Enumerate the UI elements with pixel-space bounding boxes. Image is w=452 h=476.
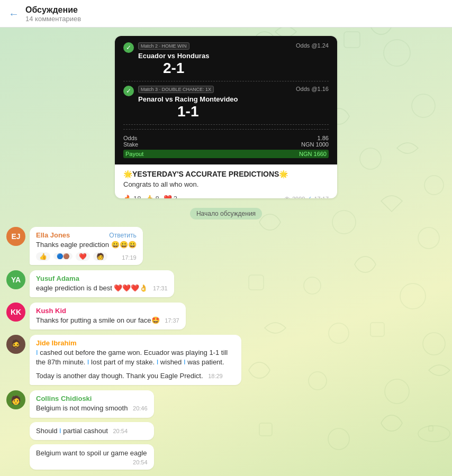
match1-badge: Match 2 · HOME WIN [138,42,189,50]
highlight-i5: I [59,427,61,435]
payout-row: Payout NGN 1660 [123,150,329,158]
match2-row: ✓ Match 3 · DOUBLE CHANCE: 1X Penarol vs… [123,86,329,125]
time-kush: 17:37 [161,317,179,324]
odds-label: Odds [123,135,137,141]
reaction-ella-4[interactable]: 🧑 [93,252,107,261]
avatar-yusuf: YA [6,270,25,289]
discussion-divider: Начало обсуждения [0,208,452,219]
match1-teams: Ecuador vs Honduras [138,52,209,60]
highlight-i1: I [36,349,38,356]
card-text-section: 🌟YESTERDAY'S ACCURATE PREDICTIONS🌟 Congr… [115,164,337,198]
back-button[interactable]: ← [8,8,19,20]
message-row: 🧔 Jide Ibrahim I cashed out before the g… [0,333,452,388]
bubble-collins-2: Should I partial cashout 20:54 [30,422,154,440]
author-kush: Kush Kid [36,307,66,315]
time-yusuf: 17:31 [150,285,168,291]
congrats-text: Congrats to all who won. [123,180,329,188]
time-collins-1: 20:46 [130,405,148,411]
text-yusuf: eagle prediction is d best ❤️❤️❤️👌 17:31 [36,283,168,293]
highlight-i4: I [184,358,186,366]
reactions-ella: 👍 🔵🟤 ❤️ 🧑 17:19 [36,252,137,261]
avatar-jide: 🧔 [6,335,25,354]
match2-teams: Penarol vs Racing Montevideo [138,95,238,103]
eye-icon: 👁 [284,196,290,199]
author-yusuf: Yusuf Adama [36,274,79,282]
message-row: YA Yusuf Adama eagle prediction is d bes… [0,268,452,299]
bubble-jide: Jide Ibrahim I cashed out before the gam… [30,335,241,386]
match2-meta: Match 3 · DOUBLE CHANCE: 1X [138,86,238,93]
time-collins-3: 20:54 [130,459,148,465]
views-number: 2990 [292,196,305,199]
message-row: 🧑 Collins Chidioski Belgium is not movin… [0,388,452,472]
payout-value: NGN 1660 [299,151,327,157]
msg-header-kush: Kush Kid [36,307,179,315]
views-count: 👁 2990 ✓ 17:17 [284,195,329,198]
card-time: 17:17 [314,196,329,199]
check-icon-2: ✓ [123,86,134,96]
bubble-collins-1: Collins Chidioski Belgium is not moving … [30,390,154,417]
match2-odds: Odds @1.16 [296,86,329,92]
page-title: Обсуждение [25,5,81,15]
stake-value: NGN 1000 [301,141,329,148]
avatar-kush: KK [6,303,25,322]
author-jide: Jide Ibrahim [36,339,77,347]
time-ella: 17:19 [119,254,137,261]
match1-meta: Match 2 · HOME WIN [138,42,209,50]
msg-header-collins: Collins Chidioski [36,395,148,402]
msg-header-ella: Ella Jones Ответить [36,231,137,239]
reaction-ella-3[interactable]: ❤️ [76,252,90,261]
highlight-i2: I [87,358,89,366]
comments-count: 14 комментариев [25,15,81,23]
reply-button-ella[interactable]: Ответить [109,232,136,239]
match1-score: 2-1 [138,60,209,77]
bubble-kush: Kush Kid Thanks for putting a smile on o… [30,303,186,329]
text-jide-2: Today is another day though. Thank you E… [36,371,235,381]
chat-area: ✓ Match 2 · HOME WIN Ecuador vs Honduras… [0,28,452,476]
payout-label: Payout [125,151,143,157]
prediction-card: ✓ Match 2 · HOME WIN Ecuador vs Honduras… [115,36,337,198]
match1-odds: Odds @1.24 [296,42,329,49]
text-collins-2: Should I partial cashout 20:54 [36,426,148,436]
bubble-ella: Ella Jones Ответить Thanks eagle predict… [30,227,143,264]
match2-score: 1-1 [138,103,238,120]
msg-header-jide: Jide Ibrahim [36,339,235,347]
text-jide: I cashed out before the game won. Ecuado… [36,348,235,367]
bubble-yusuf: Yusuf Adama eagle prediction is d best ❤… [30,270,174,297]
reaction-thumbs: 👍 8 [145,195,159,198]
discussion-badge-label: Начало обсуждения [190,208,262,219]
odds-row: Odds 1.86 [123,135,329,141]
text-collins-3: Belgium want to spoil ur game eagle [36,448,148,458]
checkmark-icon: ✓ [307,195,312,198]
bubble-collins-3: Belgium want to spoil ur game eagle 20:5… [30,444,154,470]
time-collins-2: 20:54 [110,428,128,434]
reaction-ella-2[interactable]: 🔵🟤 [53,253,73,260]
stake-label: Stake [123,141,138,148]
avatar-ella: EJ [6,227,25,246]
time-jide: 18:29 [205,373,223,379]
match1-row: ✓ Match 2 · HOME WIN Ecuador vs Honduras… [123,42,329,81]
header-info: Обсуждение 14 комментариев [25,5,81,23]
text-kush: Thanks for putting a smile on our face🤩 … [36,316,179,325]
card-footer: 🔥 18 👍 8 ❤️ 3 👁 2990 ✓ 17:17 [123,193,329,198]
text-ella: Thanks eagle prediction 😀😀😀 [36,240,137,250]
author-collins: Collins Chidioski [36,395,92,402]
author-ella: Ella Jones [36,231,70,239]
text-collins-1: Belgium is not moving smooth 20:46 [36,404,148,413]
header: ← Обсуждение 14 комментариев [0,0,452,28]
reaction-fire: 🔥 18 [123,195,141,198]
stake-row: Stake NGN 1000 [123,141,329,148]
reaction-ella-1[interactable]: 👍 [36,252,50,261]
card-image-section: ✓ Match 2 · HOME WIN Ecuador vs Honduras… [115,36,337,164]
check-icon-1: ✓ [123,42,134,53]
reaction-heart: ❤️ 3 [164,195,177,198]
highlight-i3: I [157,358,159,366]
match2-badge: Match 3 · DOUBLE CHANCE: 1X [138,86,214,93]
card-title: 🌟YESTERDAY'S ACCURATE PREDICTIONS🌟 [123,170,329,178]
avatar-collins: 🧑 [6,390,25,409]
odds-value: 1.86 [318,135,329,141]
msg-header-yusuf: Yusuf Adama [36,274,168,282]
card-reactions: 🔥 18 👍 8 ❤️ 3 [123,195,177,198]
message-row: EJ Ella Jones Ответить Thanks eagle pred… [0,225,452,267]
message-row: KK Kush Kid Thanks for putting a smile o… [0,300,452,332]
